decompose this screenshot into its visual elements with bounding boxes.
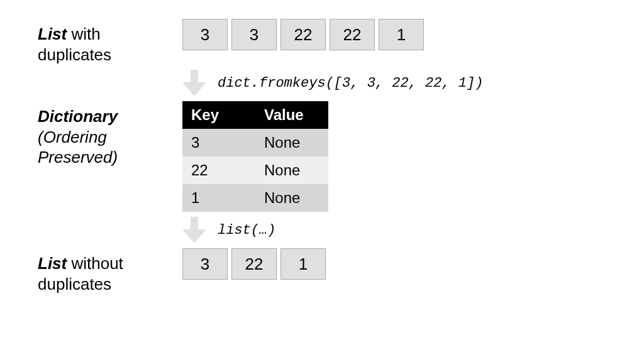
label-text: without (67, 254, 123, 273)
label-text: Preserved) (38, 148, 118, 167)
cell-key: 22 (182, 156, 255, 184)
label-text: duplicates (38, 275, 111, 293)
list-cell: 3 (231, 19, 277, 50)
col-header-key: Key (182, 101, 255, 129)
list-cell: 3 (182, 19, 228, 50)
arrow-step-1: dict.fromkeys([3, 3, 22, 22, 1]) (182, 70, 606, 96)
label-text: List (38, 25, 67, 43)
label-text: Dictionary (38, 107, 118, 126)
label-output-list: List without duplicates (38, 248, 182, 294)
dictionary-table-wrap: Key Value 3 None 22 None 1 None (182, 101, 606, 212)
label-text: List (38, 254, 67, 273)
list-cell: 1 (280, 248, 326, 280)
label-dictionary: Dictionary (Ordering Preserved) (38, 101, 182, 168)
table-row: 1 None (182, 184, 328, 212)
code-listcall: list(…) (218, 222, 275, 238)
list-cell: 22 (231, 248, 277, 280)
table-row: 3 None (182, 129, 328, 156)
dictionary-table: Key Value 3 None 22 None 1 None (182, 101, 328, 212)
arrow-down-icon (182, 217, 206, 243)
cell-value: None (255, 129, 328, 156)
output-list-cells: 3 22 1 (182, 248, 606, 280)
list-cell: 1 (379, 19, 424, 50)
label-text: (Ordering (38, 128, 107, 146)
list-cell: 22 (330, 19, 375, 50)
list-cell: 22 (280, 19, 326, 50)
list-cell: 3 (182, 248, 228, 280)
arrow-step-2: list(…) (182, 217, 606, 243)
label-input-list: List with duplicates (38, 19, 182, 65)
cell-key: 3 (182, 129, 255, 156)
code-fromkeys: dict.fromkeys([3, 3, 22, 22, 1]) (218, 75, 483, 91)
table-header-row: Key Value (182, 101, 328, 129)
label-text: with (67, 25, 100, 43)
row-input-list: List with duplicates 3 3 22 22 1 (38, 19, 606, 65)
cell-value: None (255, 184, 328, 212)
arrow-down-icon (182, 70, 206, 96)
cell-key: 1 (182, 184, 255, 212)
input-list-cells: 3 3 22 22 1 (182, 19, 606, 50)
label-text: duplicates (38, 45, 111, 64)
row-dictionary: Dictionary (Ordering Preserved) Key Valu… (38, 101, 606, 212)
col-header-value: Value (255, 101, 328, 129)
table-row: 22 None (182, 156, 328, 184)
cell-value: None (255, 156, 328, 184)
row-output-list: List without duplicates 3 22 1 (38, 248, 606, 294)
